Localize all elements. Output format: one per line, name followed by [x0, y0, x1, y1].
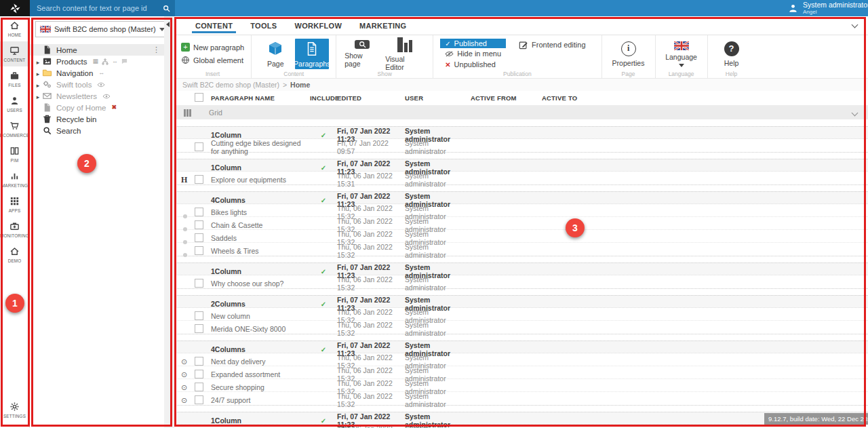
col-edited[interactable]: EDITED — [337, 94, 405, 102]
rail-item-ecommerce[interactable]: ECOMMERCE — [0, 117, 29, 142]
row-checkbox[interactable] — [195, 279, 203, 288]
tab-content[interactable]: CONTENT — [186, 16, 241, 35]
app-logo[interactable] — [0, 0, 30, 16]
global-element-button[interactable]: Global element — [181, 54, 244, 66]
expand-arrow-icon[interactable] — [34, 58, 42, 66]
panel-splitter[interactable] — [164, 16, 174, 428]
expand-arrow-icon[interactable] — [34, 69, 42, 77]
chevron-down-icon[interactable] — [852, 109, 859, 116]
tab-tools[interactable]: TOOLS — [241, 16, 285, 35]
row-checkbox[interactable] — [195, 383, 203, 391]
check-icon — [445, 39, 450, 47]
site-selector-dropdown[interactable]: Swift B2C demo shop (Master) — [35, 21, 170, 37]
trash-icon — [42, 114, 52, 124]
eye-icon — [97, 81, 105, 88]
properties-button[interactable]: Properties — [609, 39, 648, 69]
tree-item-swift-tools[interactable]: Swift tools — [30, 79, 164, 90]
paragraph-row[interactable]: Secure shopping Thu, 06 Jan 2022 15:32 S… — [174, 379, 868, 392]
global-search — [30, 0, 175, 16]
rail-item-settings[interactable]: SETTINGS — [0, 397, 29, 423]
user-menu[interactable]: System administrator (cbo Angel — [788, 0, 868, 16]
tree-item-products[interactable]: Products — [30, 56, 164, 67]
version-info: 9.12.7, build date: Wed, 22 Dec 2021 15:… — [764, 413, 868, 425]
col-active-from[interactable]: ACTIVE FROM — [471, 94, 542, 102]
tab-workflow[interactable]: WORKFLOW — [285, 16, 351, 35]
rail-item-monitoring[interactable]: MONITORING — [0, 217, 29, 242]
paragraph-row[interactable]: 24/7 support Thu, 06 Jan 2022 15:32 Syst… — [174, 392, 868, 405]
tree-item-navigation[interactable]: Navigation — [30, 67, 164, 79]
row-checkbox[interactable] — [195, 311, 203, 320]
paragraphs-button[interactable]: Paragraphs — [295, 39, 329, 69]
tree-item-home[interactable]: Home — [30, 44, 164, 56]
paragraph-group-row[interactable]: 4Columns Fri, 07 Jan 2022 11:23 System a… — [174, 341, 868, 353]
breadcrumb: Swift B2C demo shop (Master) > Home — [174, 79, 868, 91]
paragraph-row[interactable]: Bikes lights Thu, 06 Jan 2022 15:32 Syst… — [174, 204, 868, 217]
paragraph-row[interactable]: Wheels & Tires Thu, 06 Jan 2022 15:32 Sy… — [174, 243, 868, 256]
home-icon — [9, 246, 20, 256]
kebab-icon[interactable] — [153, 45, 160, 54]
paragraph-row[interactable]: Merida ONE-Sixty 8000 Thu, 06 Jan 2022 1… — [174, 321, 868, 334]
collapse-panel-arrow-icon[interactable] — [166, 22, 170, 27]
row-checkbox[interactable] — [195, 324, 203, 333]
tree-item-search[interactable]: Search — [30, 125, 164, 136]
paragraph-row[interactable]: Saddels Thu, 06 Jan 2022 15:32 System ad… — [174, 230, 868, 243]
paragraph-row[interactable]: Tips & Tricks Thu, 06 Jan 2022 15:33 Sys… — [174, 425, 868, 428]
row-checkbox[interactable] — [195, 175, 203, 184]
paragraph-row[interactable]: Expanded assortment Thu, 06 Jan 2022 15:… — [174, 366, 868, 379]
paragraph-group-row[interactable]: 1Column Fri, 07 Jan 2022 11:23 System ad… — [174, 262, 868, 275]
paragraph-row[interactable]: Explore our equipments Thu, 06 Jan 2022 … — [174, 172, 868, 184]
help-button[interactable]: Help — [715, 39, 749, 69]
rail-item-files[interactable]: FILES — [0, 66, 29, 92]
expand-arrow-icon[interactable] — [34, 92, 42, 100]
frontend-editing-button[interactable]: Frontend editing — [514, 39, 591, 51]
paragraph-row[interactable]: Next day delivery Thu, 06 Jan 2022 15:32… — [174, 353, 868, 366]
row-checkbox[interactable] — [195, 395, 203, 404]
col-paragraph-name[interactable]: PARAGRAPH NAME — [211, 94, 310, 102]
tree-item-newsletters[interactable]: Newsletters — [30, 90, 164, 102]
col-user[interactable]: USER — [405, 94, 471, 102]
page-button[interactable]: Page — [258, 39, 292, 69]
unpublished-button[interactable]: Unpublished — [440, 60, 506, 69]
paragraph-row[interactable]: New column Thu, 06 Jan 2022 15:32 System… — [174, 308, 868, 321]
paragraph-group-row[interactable]: 4Columns Fri, 07 Jan 2022 11:23 System a… — [174, 191, 868, 204]
col-active-to[interactable]: ACTIVE TO — [542, 94, 868, 102]
row-checkbox[interactable] — [195, 220, 203, 229]
row-checkbox[interactable] — [195, 208, 203, 216]
grid-section-bar[interactable]: Grid — [174, 106, 868, 119]
row-checkbox[interactable] — [195, 142, 203, 151]
row-checkbox[interactable] — [195, 246, 203, 255]
tab-marketing[interactable]: MARKETING — [351, 16, 415, 35]
col-include[interactable]: INCLUDE — [310, 94, 337, 102]
expand-arrow-icon[interactable] — [34, 81, 42, 89]
tree-item-recycle-bin[interactable]: Recycle bin — [30, 113, 164, 125]
paragraph-row[interactable]: Cutting edge bikes designed for anything… — [174, 139, 868, 152]
search-icon[interactable] — [162, 4, 171, 13]
row-checkbox[interactable] — [195, 357, 203, 366]
ribbon-group-publication: Published Hide in menu Unpublished Front… — [433, 35, 601, 78]
select-all-checkbox[interactable] — [195, 93, 203, 102]
rail-item-apps[interactable]: APPS — [0, 192, 29, 217]
tree-item-copy-of-home[interactable]: Copy of Home — [30, 102, 164, 113]
hide-in-menu-button[interactable]: Hide in menu — [440, 49, 506, 58]
collapse-ribbon-chevron-icon[interactable] — [852, 22, 859, 28]
visual-editor-button[interactable]: Visual Editor — [384, 39, 426, 69]
rail-item-content[interactable]: CONTENT — [0, 41, 29, 66]
rail-item-demo[interactable]: DEMO — [0, 242, 29, 267]
row-checkbox[interactable] — [195, 370, 203, 378]
rail-item-marketing[interactable]: MARKETING — [0, 167, 29, 192]
paragraph-row[interactable]: Why choose our shop? Thu, 06 Jan 2022 15… — [174, 275, 868, 288]
new-paragraph-button[interactable]: New paragraph — [181, 41, 244, 53]
paragraph-group-row[interactable]: 1Column Fri, 07 Jan 2022 11:23 System ad… — [174, 159, 868, 172]
rail-item-home[interactable]: HOME — [0, 16, 29, 41]
rail-item-pim[interactable]: PIM — [0, 142, 29, 167]
language-button[interactable]: Language — [663, 39, 701, 69]
search-input[interactable] — [37, 4, 162, 12]
show-page-button[interactable]: Show page — [343, 39, 381, 69]
paragraph-group-row[interactable]: 1Column Fri, 07 Jan 2022 11:23 System ad… — [174, 126, 868, 139]
row-checkbox[interactable] — [195, 233, 203, 242]
rail-item-users[interactable]: USERS — [0, 92, 29, 117]
published-button[interactable]: Published — [440, 39, 506, 48]
paragraph-group-row[interactable]: 2Columns Fri, 07 Jan 2022 11:23 System a… — [174, 295, 868, 308]
paragraph-row[interactable]: Chain & Casette Thu, 06 Jan 2022 15:32 S… — [174, 217, 868, 230]
breadcrumb-root[interactable]: Swift B2C demo shop (Master) — [182, 81, 279, 89]
